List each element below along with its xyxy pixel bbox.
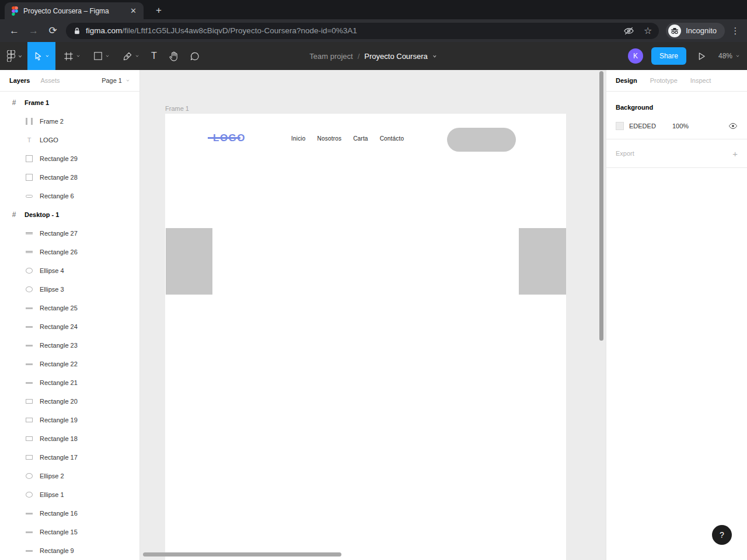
tab-assets[interactable]: Assets — [40, 77, 60, 84]
chevron-down-icon[interactable] — [45, 54, 50, 58]
layer-row[interactable]: Frame 1 — [0, 93, 139, 112]
layer-row[interactable]: Rectangle 29 — [0, 149, 139, 168]
bar-thin-icon — [26, 382, 33, 384]
layer-row[interactable]: Rectangle 9 — [0, 541, 139, 560]
export-section: Export + — [606, 139, 747, 168]
bookmark-star-icon[interactable]: ☆ — [644, 26, 652, 36]
bar-thin-icon — [26, 513, 33, 514]
ellipse-icon — [26, 286, 33, 292]
chevron-down-icon[interactable] — [432, 51, 438, 61]
visibility-eye-icon[interactable] — [728, 123, 738, 130]
reload-button[interactable]: ⟳ — [43, 23, 62, 39]
tab-layers[interactable]: Layers — [9, 77, 30, 84]
design-logo-text[interactable]: LOGO — [213, 132, 246, 144]
share-button[interactable]: Share — [651, 47, 686, 65]
figma-menu-icon — [7, 50, 15, 62]
layer-row[interactable]: LOGO — [0, 131, 139, 149]
layer-row[interactable]: Rectangle 15 — [0, 523, 139, 541]
breadcrumb-file-name[interactable]: Proyecto Coursera — [364, 52, 427, 61]
color-swatch[interactable] — [616, 122, 624, 130]
back-button[interactable]: ← — [5, 23, 24, 39]
layer-row[interactable]: Ellipse 2 — [0, 467, 139, 485]
background-section: Background EDEDED 100% — [606, 92, 747, 139]
background-hex-value[interactable]: EDEDED — [629, 123, 665, 130]
chevron-down-icon[interactable] — [76, 54, 81, 58]
incognito-label: Incognito — [686, 26, 717, 35]
add-export-button[interactable]: + — [732, 149, 738, 159]
design-nav-item[interactable]: Inicio — [291, 135, 306, 142]
tab-design[interactable]: Design — [616, 77, 637, 84]
address-bar[interactable]: figma.com /file/Lftf1cG5LJUs4aw8cBiqvD/P… — [66, 23, 659, 39]
url-path: /file/Lftf1cG5LJUs4aw8cBiqvD/Proyecto-Co… — [122, 26, 623, 35]
tab-close-icon[interactable]: ✕ — [128, 6, 139, 16]
background-color-row: EDEDED 100% — [616, 122, 738, 130]
layer-row[interactable]: Rectangle 17 — [0, 448, 139, 467]
new-tab-button[interactable]: + — [152, 4, 166, 18]
layer-row[interactable]: Ellipse 1 — [0, 485, 139, 504]
preview-eye-off-icon[interactable] — [623, 26, 634, 36]
rect-tall-icon — [26, 155, 33, 162]
browser-tab[interactable]: Proyecto Coursera – Figma ✕ — [5, 2, 144, 19]
frame-label[interactable]: Frame 1 — [165, 105, 189, 112]
layer-row[interactable]: Frame 2 — [0, 112, 139, 131]
breadcrumb-project[interactable]: Team project — [309, 52, 352, 61]
frame-tool-button[interactable] — [59, 42, 85, 70]
vertical-scrollbar[interactable] — [599, 71, 603, 341]
design-nav-item[interactable]: Contácto — [380, 135, 404, 142]
horizontal-scrollbar[interactable] — [143, 552, 341, 556]
present-play-icon[interactable] — [698, 52, 706, 61]
layer-row[interactable]: Rectangle 6 — [0, 187, 139, 205]
layer-row[interactable]: Rectangle 25 — [0, 299, 139, 317]
layer-row[interactable]: Rectangle 23 — [0, 336, 139, 355]
page-selector[interactable]: Page 1 — [102, 77, 130, 84]
layers-panel-header: Layers Assets Page 1 — [0, 70, 139, 92]
layer-row[interactable]: Rectangle 19 — [0, 411, 139, 429]
rect-tall-icon — [26, 174, 33, 181]
layer-row[interactable]: Rectangle 16 — [0, 504, 139, 523]
bar-thin-icon — [26, 363, 33, 365]
main-menu-button[interactable] — [0, 42, 27, 70]
layer-row[interactable]: Ellipse 4 — [0, 261, 139, 280]
design-image-placeholder-right[interactable] — [519, 228, 566, 295]
pen-tool-button[interactable] — [118, 42, 144, 70]
comment-tool-button[interactable] — [185, 42, 204, 70]
canvas[interactable]: Frame 1 LOGO InicioNosotrosCartaContácto — [140, 70, 606, 560]
incognito-icon — [668, 24, 681, 37]
bar-thin-icon — [26, 307, 33, 309]
design-frame[interactable]: LOGO InicioNosotrosCartaContácto — [165, 114, 566, 560]
zoom-level-control[interactable]: 48% — [718, 52, 740, 60]
layer-row[interactable]: Rectangle 20 — [0, 392, 139, 411]
background-opacity-value[interactable]: 100% — [672, 123, 728, 130]
hand-tool-button[interactable] — [164, 42, 184, 70]
layer-row[interactable]: Rectangle 22 — [0, 355, 139, 373]
layer-row[interactable]: Rectangle 24 — [0, 317, 139, 336]
chevron-down-icon[interactable] — [105, 54, 110, 58]
avatar[interactable]: K — [628, 48, 643, 64]
browser-menu-button[interactable]: ⋮ — [728, 29, 742, 32]
lock-icon — [74, 27, 81, 35]
browser-toolbar: ← → ⟳ figma.com /file/Lftf1cG5LJUs4aw8cB… — [0, 19, 747, 42]
layer-row[interactable]: Rectangle 26 — [0, 243, 139, 261]
ellipse-icon — [26, 473, 33, 479]
design-nav-item[interactable]: Carta — [353, 135, 368, 142]
shape-tool-button[interactable] — [89, 42, 114, 70]
design-nav-item[interactable]: Nosotros — [317, 135, 342, 142]
layer-row[interactable]: Ellipse 3 — [0, 280, 139, 299]
help-button[interactable]: ? — [712, 525, 732, 545]
layer-row[interactable]: Rectangle 18 — [0, 429, 139, 448]
layer-row[interactable]: Desktop - 1 — [0, 205, 139, 224]
layer-row[interactable]: Rectangle 28 — [0, 168, 139, 187]
text-tool-button[interactable]: T — [146, 42, 162, 70]
design-button-placeholder[interactable] — [447, 128, 516, 152]
ellipse-icon — [26, 268, 33, 274]
layer-row[interactable]: Rectangle 21 — [0, 373, 139, 392]
incognito-badge: Incognito — [666, 23, 725, 39]
url-domain: figma.com — [86, 26, 122, 35]
move-tool-button[interactable] — [27, 42, 55, 70]
layer-row[interactable]: Rectangle 27 — [0, 224, 139, 243]
tab-inspect[interactable]: Inspect — [690, 77, 711, 84]
frame-tool-icon — [64, 51, 74, 61]
tab-prototype[interactable]: Prototype — [650, 77, 678, 84]
chevron-down-icon[interactable] — [135, 54, 139, 58]
design-image-placeholder-left[interactable] — [166, 228, 212, 295]
